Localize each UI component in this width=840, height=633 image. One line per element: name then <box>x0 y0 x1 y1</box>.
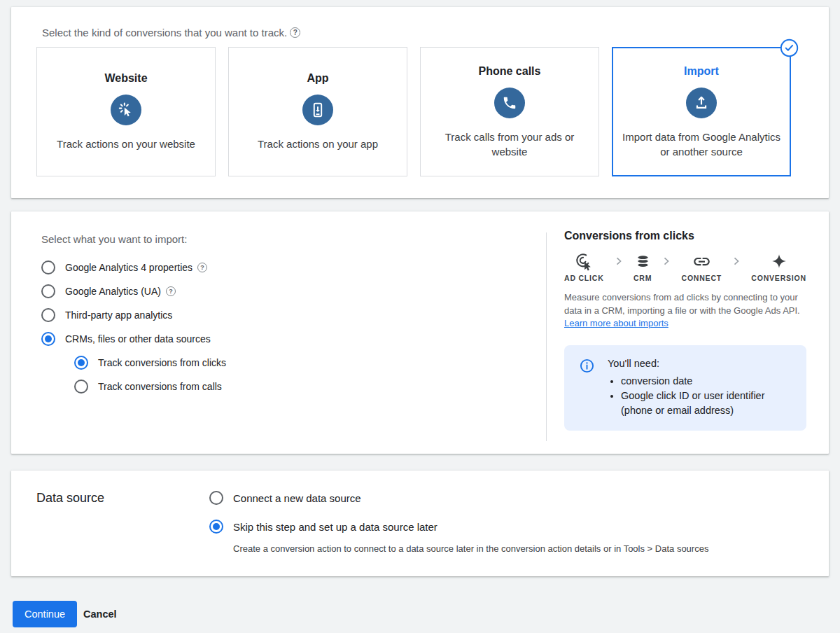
info-box: You'll need: conversion date Google clic… <box>564 345 806 431</box>
flow-step-crm: CRM <box>634 251 652 282</box>
card-description: Track calls from your ads or website <box>428 130 592 159</box>
card-app[interactable]: App Track actions on your app <box>228 47 407 176</box>
radio-option-clicks[interactable]: Track conversions from clicks <box>74 351 226 375</box>
card-phone-calls[interactable]: Phone calls Track calls from your ads or… <box>420 47 599 176</box>
card-title: Website <box>104 72 147 85</box>
flow-step-conversion: CONVERSION <box>751 251 806 282</box>
phone-icon <box>494 88 525 118</box>
radio-option-skip-step[interactable]: Skip this step and set up a data source … <box>209 520 708 534</box>
click-icon <box>111 95 141 125</box>
help-icon[interactable]: ? <box>197 263 207 272</box>
radio-icon <box>74 380 88 394</box>
radio-option-third-party[interactable]: Third-party app analytics <box>41 303 226 327</box>
card-title: Phone calls <box>479 65 541 78</box>
info-title: You'll need: <box>608 358 797 369</box>
cancel-button[interactable]: Cancel <box>83 601 117 627</box>
import-options-list: Google Analytics 4 properties ? Google A… <box>41 256 226 398</box>
chevron-right-icon <box>729 254 743 268</box>
link-icon <box>692 251 711 271</box>
card-description: Track actions on your app <box>258 137 378 151</box>
conversion-type-cards: Website Track actions on your website Ap… <box>36 47 791 176</box>
card-title: Import <box>684 65 719 78</box>
radio-option-calls[interactable]: Track conversions from calls <box>74 375 226 398</box>
flow-step-ad-click: AD CLICK <box>564 251 604 282</box>
info-item: conversion date <box>621 374 797 389</box>
chevron-right-icon <box>659 254 673 268</box>
radio-option-connect-new[interactable]: Connect a new data source <box>209 491 708 505</box>
learn-more-link[interactable]: Learn more about imports <box>564 318 668 328</box>
card-website[interactable]: Website Track actions on your website <box>36 47 216 176</box>
radio-icon <box>41 308 55 322</box>
chevron-right-icon <box>612 254 626 268</box>
database-icon <box>634 251 652 271</box>
radio-option-crm[interactable]: CRMs, files or other data sources <box>41 327 226 351</box>
radio-icon <box>41 260 55 274</box>
skip-step-caption: Create a conversion action to connect to… <box>233 543 708 554</box>
card-description: Import data from Google Analytics or ano… <box>620 130 783 159</box>
section-header: Select the kind of conversions that you … <box>42 27 300 39</box>
card-description: Track actions on your website <box>57 137 195 151</box>
help-icon[interactable]: ? <box>166 286 176 296</box>
flow-step-connect: CONNECT <box>682 251 722 282</box>
conversion-type-section: Select the kind of conversions that you … <box>11 7 829 198</box>
radio-icon <box>209 520 223 534</box>
vertical-divider <box>546 232 547 441</box>
info-list: conversion date Google click ID or user … <box>608 374 797 418</box>
ad-click-icon <box>575 251 594 271</box>
selected-check-icon <box>780 39 799 57</box>
data-source-title: Data source <box>36 491 104 506</box>
radio-icon <box>41 284 55 298</box>
data-source-section: Data source Connect a new data source Sk… <box>11 471 829 576</box>
card-title: App <box>307 72 328 85</box>
radio-icon <box>74 356 88 370</box>
radio-option-ga4[interactable]: Google Analytics 4 properties ? <box>41 256 226 279</box>
upload-icon <box>686 88 717 118</box>
data-source-options: Connect a new data source Skip this step… <box>209 491 708 554</box>
conversion-flow-diagram: AD CLICK CRM <box>564 251 806 282</box>
info-item: Google click ID or user identifier (phon… <box>621 389 797 418</box>
info-icon <box>580 358 594 418</box>
help-icon[interactable]: ? <box>290 27 300 38</box>
section-title: Select the kind of conversions that you … <box>42 27 287 39</box>
radio-option-ua[interactable]: Google Analytics (UA) ? <box>41 279 226 303</box>
panel-title: Conversions from clicks <box>564 230 806 242</box>
panel-description: Measure conversions from ad clicks by co… <box>564 291 802 331</box>
card-import[interactable]: Import Import data from Google Analytics… <box>612 47 791 176</box>
import-section-title: Select what you want to import: <box>41 233 187 245</box>
continue-button[interactable]: Continue <box>13 601 77 627</box>
info-content: You'll need: conversion date Google clic… <box>608 358 797 418</box>
app-phone-icon <box>302 95 333 125</box>
radio-icon <box>209 491 223 505</box>
import-options-section: Select what you want to import: Google A… <box>11 211 829 454</box>
conversions-from-clicks-panel: Conversions from clicks AD CLICK <box>564 230 806 431</box>
sparkle-icon <box>771 251 788 271</box>
radio-icon <box>41 332 55 346</box>
